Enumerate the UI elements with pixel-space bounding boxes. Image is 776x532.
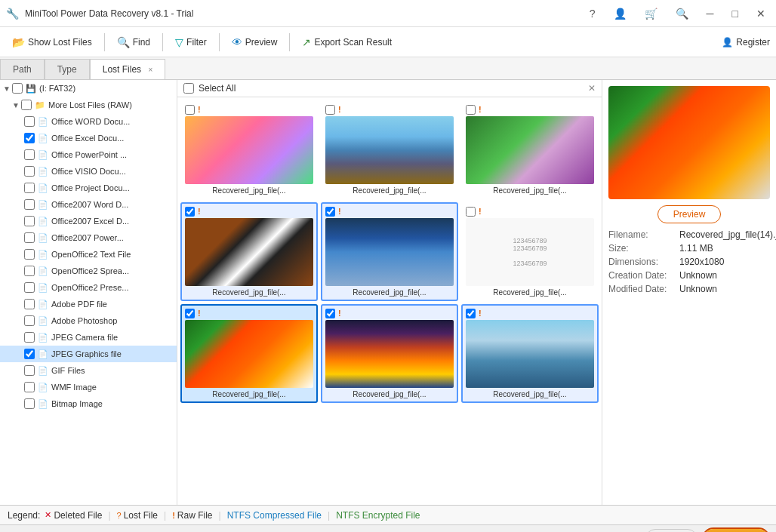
thumb-warn-icon-0: ! — [198, 105, 201, 114]
creation-value: Unknown — [679, 270, 717, 281]
tree-item-17[interactable]: 📄Bitmap Image — [0, 395, 177, 412]
info-dimensions-row: Dimensions: 1920x1080 — [608, 257, 770, 267]
tree-item-7[interactable]: 📄Office2007 Power... — [0, 229, 177, 246]
info-creation-row: Creation Date: Unknown — [608, 270, 770, 281]
tree-item-checkbox-13[interactable] — [24, 332, 35, 343]
dimensions-value: 1920x1080 — [679, 257, 724, 267]
save-btn[interactable]: Save — [704, 529, 768, 533]
thumb-label-3: Recovered_jpg_file(... — [185, 288, 313, 297]
tree-item-9[interactable]: 📄OpenOffice2 Sprea... — [0, 263, 177, 279]
export-icon: ↗ — [302, 36, 311, 48]
search-btn[interactable]: 🔍 — [671, 6, 693, 21]
find-icon: 🔍 — [117, 36, 130, 48]
select-all-checkbox[interactable] — [183, 83, 194, 94]
tree-item-4[interactable]: 📄Office Project Docu... — [0, 180, 177, 196]
deleted-label: Deleted File — [54, 510, 102, 521]
more-lost-files-row[interactable]: ▼ 📁 More Lost Files (RAW) — [0, 97, 177, 113]
tree-item-1[interactable]: 📄Office Excel Docu... — [0, 130, 177, 146]
tab-type[interactable]: Type — [45, 59, 90, 79]
back-btn[interactable]: Back — [645, 529, 697, 533]
minimize-btn[interactable]: ─ — [702, 6, 719, 21]
thumb-checkbox-6[interactable] — [185, 309, 195, 318]
thumb-checkbox-2[interactable] — [466, 105, 476, 115]
grid-close-icon[interactable]: ✕ — [588, 83, 596, 94]
file-thumb-0[interactable]: !Recovered_jpg_file(... — [180, 100, 318, 199]
tree-item-checkbox-6[interactable] — [24, 216, 35, 226]
file-thumb-5[interactable]: !123456789123456789123456789Recovered_jp… — [461, 202, 599, 301]
drive-checkbox[interactable] — [12, 83, 23, 94]
tree-item-3[interactable]: 📄Office VISIO Docu... — [0, 163, 177, 180]
content-area: ▼ 💾 (I: FAT32) ▼ 📁 More Lost Files (RAW)… — [0, 80, 776, 505]
tree-item-checkbox-9[interactable] — [24, 266, 35, 276]
tree-item-12[interactable]: 📄Adobe Photoshop — [0, 312, 177, 329]
tree-item-checkbox-4[interactable] — [24, 183, 35, 193]
support-btn[interactable]: 👤 — [609, 6, 631, 21]
tree-item-checkbox-11[interactable] — [24, 299, 35, 309]
tree-item-label-16: WMF Image — [51, 383, 97, 392]
filter-btn[interactable]: ▽ Filter — [169, 33, 213, 51]
thumb-checkbox-5[interactable] — [466, 207, 476, 217]
toolbar: 📂 Show Lost Files 🔍 Find ▽ Filter 👁 Prev… — [0, 27, 776, 57]
tree-item-checkbox-0[interactable] — [24, 116, 35, 127]
tab-lost-files[interactable]: Lost Files × — [90, 59, 166, 79]
find-btn[interactable]: 🔍 Find — [111, 33, 156, 51]
preview-btn[interactable]: 👁 Preview — [226, 33, 284, 51]
tree-item-checkbox-3[interactable] — [24, 166, 35, 177]
tree-item-checkbox-14[interactable] — [24, 349, 35, 359]
titlebar: 🔧 MiniTool Power Data Recovery v8.1 - Tr… — [0, 0, 776, 27]
preview-action-btn[interactable]: Preview — [657, 205, 722, 223]
maximize-btn[interactable]: □ — [728, 6, 743, 21]
thumb-checkbox-8[interactable] — [466, 309, 476, 318]
tree-item-10[interactable]: 📄OpenOffice2 Prese... — [0, 279, 177, 296]
tree-item-icon-15: 📄 — [37, 364, 49, 377]
tree-item-8[interactable]: 📄OpenOffice2 Text File — [0, 246, 177, 263]
tree-item-checkbox-8[interactable] — [24, 249, 35, 260]
thumb-checkbox-4[interactable] — [325, 207, 335, 217]
tree-item-0[interactable]: 📄Office WORD Docu... — [0, 113, 177, 130]
file-thumb-3[interactable]: !Recovered_jpg_file(... — [180, 202, 318, 301]
tree-item-16[interactable]: 📄WMF Image — [0, 379, 177, 395]
help-btn[interactable]: ? — [585, 6, 600, 21]
file-thumb-1[interactable]: !Recovered_jpg_file(... — [321, 100, 458, 199]
thumb-checkbox-7[interactable] — [325, 309, 335, 318]
tree-item-2[interactable]: 📄Office PowerPoint ... — [0, 146, 177, 163]
thumb-checkbox-3[interactable] — [185, 207, 195, 217]
tree-item-6[interactable]: 📄Office2007 Excel D... — [0, 213, 177, 229]
tree-item-checkbox-17[interactable] — [24, 398, 35, 409]
tree-item-checkbox-10[interactable] — [24, 282, 35, 293]
tree-item-checkbox-1[interactable] — [24, 133, 35, 143]
toolbar-sep-3 — [219, 33, 220, 51]
tree-item-11[interactable]: 📄Adobe PDF file — [0, 296, 177, 312]
file-thumb-6[interactable]: !Recovered_jpg_file(... — [180, 304, 318, 403]
file-thumb-7[interactable]: !Recovered_jpg_file(... — [321, 304, 458, 403]
tree-item-checkbox-16[interactable] — [24, 382, 35, 392]
tree-item-checkbox-2[interactable] — [24, 149, 35, 160]
thumb-checkbox-1[interactable] — [325, 105, 335, 115]
export-scan-result-btn[interactable]: ↗ Export Scan Result — [296, 33, 398, 51]
tree-item-checkbox-12[interactable] — [24, 315, 35, 326]
tree-item-14[interactable]: 📄JPEG Graphics file — [0, 346, 177, 362]
tree-item-13[interactable]: 📄JPEG Camera file — [0, 329, 177, 346]
legend-deleted: ✕ Deleted File — [45, 510, 102, 521]
more-lost-files-checkbox[interactable] — [21, 100, 32, 110]
tree-item-checkbox-7[interactable] — [24, 232, 35, 243]
drive-row[interactable]: ▼ 💾 (I: FAT32) — [0, 80, 177, 97]
tree-item-label-15: GIF Files — [51, 366, 85, 375]
file-thumb-8[interactable]: !Recovered_jpg_file(... — [461, 304, 599, 403]
tree-item-5[interactable]: 📄Office2007 Word D... — [0, 196, 177, 213]
file-thumb-2[interactable]: !Recovered_jpg_file(... — [461, 100, 599, 199]
file-thumb-4[interactable]: !Recovered_jpg_file(... — [321, 202, 458, 301]
mid-panel: Select All ✕ !Recovered_jpg_file(...!Rec… — [177, 80, 602, 505]
register-btn[interactable]: 👤 Register — [722, 37, 770, 48]
toolbar-sep-1 — [104, 33, 105, 51]
close-btn[interactable]: ✕ — [752, 6, 770, 21]
thumb-checkbox-0[interactable] — [185, 105, 195, 115]
tree-item-15[interactable]: 📄GIF Files — [0, 362, 177, 379]
tree-item-checkbox-5[interactable] — [24, 199, 35, 210]
cart-btn[interactable]: 🛒 — [640, 6, 662, 21]
tree-item-checkbox-15[interactable] — [24, 365, 35, 376]
tab-close-icon[interactable]: × — [148, 66, 152, 74]
toolbar-right: 👤 Register — [722, 37, 770, 48]
show-lost-files-btn[interactable]: 📂 Show Lost Files — [6, 33, 98, 51]
tab-path[interactable]: Path — [0, 59, 45, 79]
